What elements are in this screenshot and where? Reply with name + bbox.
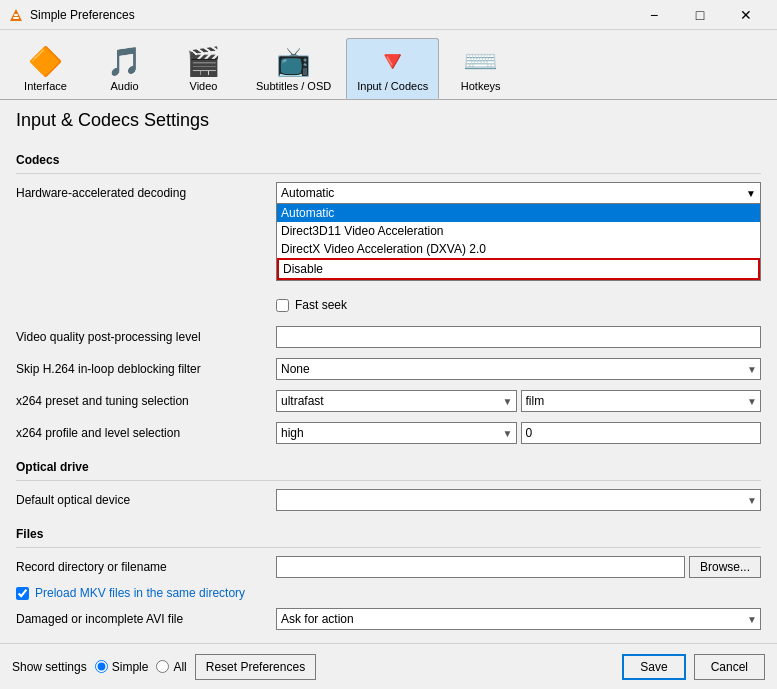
tab-subtitles-label: Subtitles / OSD (256, 80, 331, 92)
dropdown-option-directx-dxva[interactable]: DirectX Video Acceleration (DXVA) 2.0 (277, 240, 760, 258)
optical-drive-section-header: Optical drive (16, 456, 761, 474)
hardware-decoding-label: Hardware-accelerated decoding (16, 186, 276, 200)
show-simple-option[interactable]: Simple (95, 660, 149, 674)
tab-audio-label: Audio (110, 80, 138, 92)
damaged-avi-dropdown[interactable]: Ask for action Always fix Never fix (276, 608, 761, 630)
x264-level-input[interactable] (521, 422, 762, 444)
dropdown-option-direct3d11[interactable]: Direct3D11 Video Acceleration (277, 222, 760, 240)
default-device-dropdown[interactable] (276, 489, 761, 511)
simple-label: Simple (112, 660, 149, 674)
x264-level-wrapper (521, 422, 762, 444)
hotkeys-icon: ⌨️ (463, 45, 498, 78)
x264-preset-dropdown[interactable]: ultrafast superfast veryfast faster fast… (276, 390, 517, 412)
record-dir-control: Browse... (276, 556, 761, 578)
show-all-option[interactable]: All (156, 660, 186, 674)
fast-seek-checkbox[interactable] (276, 299, 289, 312)
x264-profile-label: x264 profile and level selection (16, 426, 276, 440)
x264-preset-row: x264 preset and tuning selection ultrafa… (16, 388, 761, 414)
record-dir-label: Record directory or filename (16, 560, 276, 574)
record-dir-input[interactable] (276, 556, 685, 578)
x264-profile-dual: baseline main high high10 high422 high44… (276, 422, 761, 444)
svg-rect-2 (14, 14, 18, 16)
damaged-avi-dropdown-wrapper: Ask for action Always fix Never fix ▼ (276, 608, 761, 630)
all-radio[interactable] (156, 660, 169, 673)
fast-seek-row: Fast seek (16, 292, 761, 318)
hardware-decoding-display[interactable]: Automatic ▼ (276, 182, 761, 204)
x264-profile-row: x264 profile and level selection baselin… (16, 420, 761, 446)
window-title: Simple Preferences (30, 8, 631, 22)
video-quality-label: Video quality post-processing level (16, 330, 276, 344)
save-button[interactable]: Save (622, 654, 685, 680)
tab-input-codecs-label: Input / Codecs (357, 80, 428, 92)
optical-drive-divider (16, 480, 761, 481)
video-quality-control (276, 326, 761, 348)
minimize-button[interactable]: − (631, 0, 677, 30)
dropdown-option-disable[interactable]: Disable (277, 258, 760, 280)
damaged-avi-row: Damaged or incomplete AVI file Ask for a… (16, 606, 761, 632)
reset-preferences-button[interactable]: Reset Preferences (195, 654, 316, 680)
input-codecs-icon: 🔻 (375, 45, 410, 78)
x264-preset-label: x264 preset and tuning selection (16, 394, 276, 408)
x264-profile-dropdown[interactable]: baseline main high high10 high422 high44… (276, 422, 517, 444)
hardware-decoding-row: Hardware-accelerated decoding Automatic … (16, 180, 761, 206)
hardware-decoding-value: Automatic (281, 186, 334, 200)
default-device-dropdown-wrapper: ▼ (276, 489, 761, 511)
record-dir-row: Record directory or filename Browse... (16, 554, 761, 580)
preload-mkv-label: Preload MKV files in the same directory (35, 586, 245, 600)
titlebar: Simple Preferences − □ ✕ (0, 0, 777, 30)
tab-video[interactable]: 🎬 Video (166, 38, 241, 99)
x264-preset-dropdown-wrapper: ultrafast superfast veryfast faster fast… (276, 390, 517, 412)
video-quality-row: Video quality post-processing level (16, 324, 761, 350)
fast-seek-text: Fast seek (295, 298, 347, 312)
subtitles-icon: 📺 (276, 45, 311, 78)
tab-video-label: Video (190, 80, 218, 92)
tab-subtitles-osd[interactable]: 📺 Subtitles / OSD (245, 38, 342, 99)
fast-seek-checkbox-row: Fast seek (276, 298, 347, 312)
browse-button[interactable]: Browse... (689, 556, 761, 578)
close-button[interactable]: ✕ (723, 0, 769, 30)
hardware-decoding-dropdown-container: Automatic ▼ Automatic Direct3D11 Video A… (276, 182, 761, 204)
video-icon: 🎬 (186, 45, 221, 78)
settings-area: Codecs Hardware-accelerated decoding Aut… (0, 139, 777, 643)
x264-tuning-dropdown[interactable]: film animation grain stillimage psnr ssi… (521, 390, 762, 412)
tab-audio[interactable]: 🎵 Audio (87, 38, 162, 99)
action-buttons: Save Cancel (622, 654, 765, 680)
preload-mkv-checkbox[interactable] (16, 587, 29, 600)
codecs-section-header: Codecs (16, 149, 761, 167)
app-icon (8, 7, 24, 23)
x264-preset-dual: ultrafast superfast veryfast faster fast… (276, 390, 761, 412)
video-quality-input[interactable] (276, 326, 761, 348)
files-section-header: Files (16, 523, 761, 541)
damaged-avi-label: Damaged or incomplete AVI file (16, 612, 276, 626)
svg-rect-1 (13, 17, 19, 19)
window-controls: − □ ✕ (631, 0, 769, 30)
tab-hotkeys[interactable]: ⌨️ Hotkeys (443, 38, 518, 99)
codecs-divider (16, 173, 761, 174)
x264-tuning-dropdown-wrapper: film animation grain stillimage psnr ssi… (521, 390, 762, 412)
tab-interface[interactable]: 🔶 Interface (8, 38, 83, 99)
damaged-avi-control: Ask for action Always fix Never fix ▼ (276, 608, 761, 630)
x264-profile-control: baseline main high high10 high422 high44… (276, 422, 761, 444)
tab-interface-label: Interface (24, 80, 67, 92)
dropdown-option-automatic[interactable]: Automatic (277, 204, 760, 222)
files-divider (16, 547, 761, 548)
skip-h264-label: Skip H.264 in-loop deblocking filter (16, 362, 276, 376)
skip-h264-dropdown[interactable]: None (276, 358, 761, 380)
default-device-row: Default optical device ▼ (16, 487, 761, 513)
skip-h264-control: None ▼ (276, 358, 761, 380)
simple-radio[interactable] (95, 660, 108, 673)
tab-bar: 🔶 Interface 🎵 Audio 🎬 Video 📺 Subtitles … (0, 30, 777, 100)
bottom-bar: Show settings Simple All Reset Preferenc… (0, 643, 777, 689)
show-settings-label: Show settings (12, 660, 87, 674)
tab-input-codecs[interactable]: 🔻 Input / Codecs (346, 38, 439, 99)
skip-h264-dropdown-wrapper: None ▼ (276, 358, 761, 380)
default-device-label: Default optical device (16, 493, 276, 507)
cancel-button[interactable]: Cancel (694, 654, 765, 680)
hardware-decoding-control: Automatic ▼ Automatic Direct3D11 Video A… (276, 182, 761, 204)
page-title: Input & Codecs Settings (0, 100, 777, 139)
maximize-button[interactable]: □ (677, 0, 723, 30)
preload-mkv-row: Preload MKV files in the same directory (16, 586, 761, 600)
x264-profile-dropdown-wrapper: baseline main high high10 high422 high44… (276, 422, 517, 444)
default-device-control: ▼ (276, 489, 761, 511)
fast-seek-control: Fast seek (276, 298, 761, 312)
